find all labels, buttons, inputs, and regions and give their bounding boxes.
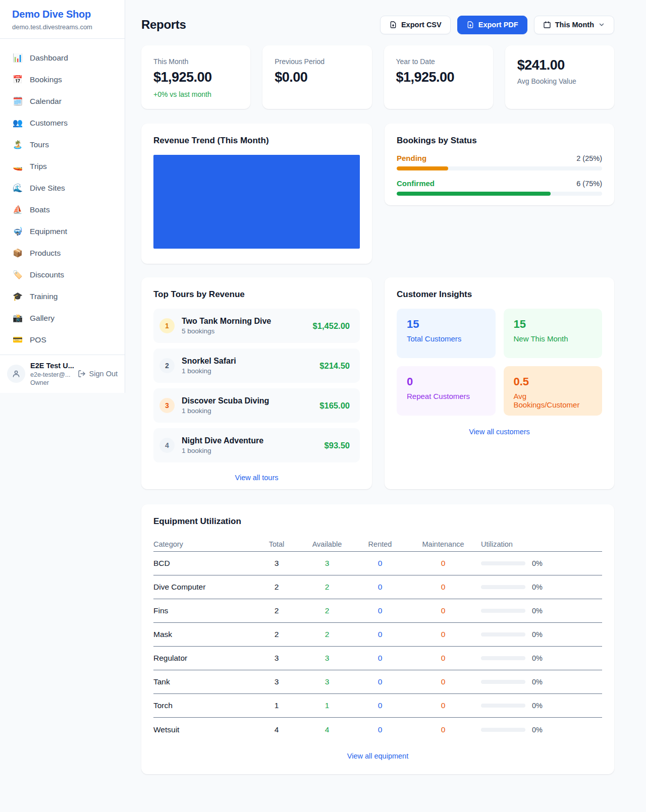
header-actions: Export CSV Export PDF This Month bbox=[380, 16, 614, 34]
equipment-available: 2 bbox=[299, 583, 355, 592]
insight-tile-value: 15 bbox=[514, 318, 593, 331]
view-all-customers-link[interactable]: View all customers bbox=[397, 428, 602, 436]
sidebar-item-dashboard[interactable]: 📊Dashboard bbox=[6, 47, 119, 69]
stat-label: This Month bbox=[153, 57, 238, 66]
equipment-rented: 0 bbox=[355, 630, 405, 639]
equipment-utilization-card: Equipment Utilization CategoryTotalAvail… bbox=[141, 504, 614, 774]
utilization-bar bbox=[481, 728, 525, 732]
insight-tile: 0.5Avg Bookings/Customer bbox=[504, 366, 603, 416]
status-value: 2 (25%) bbox=[576, 154, 602, 162]
equipment-maintenance: 0 bbox=[405, 677, 481, 686]
status-head: Pending2 (25%) bbox=[397, 154, 602, 162]
bookings-by-status-title: Bookings by Status bbox=[397, 136, 602, 146]
sidebar-item-pos[interactable]: 💳POS bbox=[6, 329, 119, 351]
utilization-bar bbox=[481, 585, 525, 589]
table-row: Dive Computer22000% bbox=[153, 575, 602, 599]
insight-tile: 0Repeat Customers bbox=[397, 366, 496, 416]
equipment-table-body: BCD33000%Dive Computer22000%Fins22000%Ma… bbox=[153, 552, 602, 741]
sidebar-item-trips[interactable]: 🚤Trips bbox=[6, 155, 119, 177]
rank-badge: 4 bbox=[159, 438, 175, 453]
training-icon: 🎓 bbox=[12, 292, 23, 301]
equipment-col-utilization: Utilization bbox=[481, 540, 602, 548]
equipment-category: Wetsuit bbox=[153, 725, 254, 734]
export-csv-button[interactable]: Export CSV bbox=[380, 16, 451, 34]
equipment-total: 3 bbox=[254, 654, 299, 663]
equipment-col-total: Total bbox=[254, 540, 299, 548]
sidebar-item-calendar[interactable]: 🗓️Calendar bbox=[6, 90, 119, 112]
insight-tile-label: New This Month bbox=[514, 334, 593, 343]
chevron-down-icon bbox=[598, 21, 605, 28]
sidebar: Demo Dive Shop demo.test.divestreams.com… bbox=[0, 0, 125, 393]
sidebar-item-boats[interactable]: ⛵Boats bbox=[6, 199, 119, 220]
equipment-category: BCD bbox=[153, 559, 254, 568]
export-pdf-button[interactable]: Export PDF bbox=[457, 16, 527, 34]
view-all-tours-link[interactable]: View all tours bbox=[153, 474, 360, 482]
export-csv-label: Export CSV bbox=[401, 21, 442, 29]
export-pdf-label: Export PDF bbox=[478, 21, 518, 29]
equipment-rented: 0 bbox=[355, 701, 405, 710]
dashboard-icon: 📊 bbox=[12, 53, 23, 63]
top-tours-card: Top Tours by Revenue 1Two Tank Morning D… bbox=[141, 277, 372, 489]
status-row-pending: Pending2 (25%) bbox=[397, 154, 602, 170]
tours-icon: 🏝️ bbox=[12, 140, 23, 149]
sidebar-item-equipment[interactable]: 🤿Equipment bbox=[6, 220, 119, 242]
equipment-table-header: CategoryTotalAvailableRentedMaintenanceU… bbox=[153, 537, 602, 552]
stat-change: +0% vs last month bbox=[153, 90, 238, 98]
period-dropdown[interactable]: This Month bbox=[534, 16, 614, 34]
equipment-col-maintenance: Maintenance bbox=[405, 540, 481, 548]
discounts-icon: 🏷️ bbox=[12, 270, 23, 279]
tour-bookings: 1 booking bbox=[182, 367, 236, 375]
sidebar-item-bookings[interactable]: 📅Bookings bbox=[6, 69, 119, 90]
gallery-icon: 📸 bbox=[12, 313, 23, 323]
equipment-category: Torch bbox=[153, 701, 254, 710]
sidebar-item-customers[interactable]: 👥Customers bbox=[6, 112, 119, 134]
equipment-utilization: 0% bbox=[481, 559, 602, 567]
equipment-total: 4 bbox=[254, 725, 299, 734]
sidebar-item-gallery[interactable]: 📸Gallery bbox=[6, 307, 119, 329]
equipment-col-available: Available bbox=[299, 540, 355, 548]
calendar-icon bbox=[543, 21, 551, 29]
status-progress-fill bbox=[397, 192, 551, 196]
sidebar-item-dive-sites[interactable]: 🌊Dive Sites bbox=[6, 177, 119, 199]
insight-tile-value: 15 bbox=[407, 318, 486, 331]
stat-value: $241.00 bbox=[517, 57, 602, 73]
sidebar-item-label: Tours bbox=[30, 140, 49, 149]
tour-list-item: 3Discover Scuba Diving1 booking$165.00 bbox=[153, 388, 360, 423]
equipment-rented: 0 bbox=[355, 677, 405, 686]
tour-list-item: 2Snorkel Safari1 booking$214.50 bbox=[153, 349, 360, 383]
tour-name: Snorkel Safari bbox=[182, 357, 236, 366]
utilization-bar bbox=[481, 561, 525, 565]
insights-row: Top Tours by Revenue 1Two Tank Morning D… bbox=[141, 277, 614, 489]
equipment-maintenance: 0 bbox=[405, 559, 481, 568]
equipment-utilization: 0% bbox=[481, 702, 602, 710]
sidebar-item-discounts[interactable]: 🏷️Discounts bbox=[6, 264, 119, 285]
sidebar-item-label: Bookings bbox=[30, 75, 62, 84]
equipment-utilization: 0% bbox=[481, 583, 602, 591]
sidebar-item-label: Dive Sites bbox=[30, 184, 65, 193]
sidebar-nav: 📊Dashboard📅Bookings🗓️Calendar👥Customers🏝… bbox=[0, 39, 125, 355]
page-title: Reports bbox=[141, 18, 186, 32]
sidebar-item-training[interactable]: 🎓Training bbox=[6, 285, 119, 307]
equipment-available: 2 bbox=[299, 606, 355, 615]
tour-name: Two Tank Morning Dive bbox=[182, 317, 271, 326]
equipment-rented: 0 bbox=[355, 725, 405, 734]
equipment-total: 2 bbox=[254, 630, 299, 639]
sidebar-item-tours[interactable]: 🏝️Tours bbox=[6, 134, 119, 155]
equipment-category: Tank bbox=[153, 677, 254, 686]
table-row: BCD33000% bbox=[153, 552, 602, 575]
view-all-equipment-link[interactable]: View all equipment bbox=[153, 752, 602, 760]
sign-out-button[interactable]: Sign Out bbox=[78, 370, 118, 378]
sidebar-header: Demo Dive Shop demo.test.divestreams.com bbox=[0, 0, 125, 39]
equipment-total: 2 bbox=[254, 606, 299, 615]
tour-meta: Discover Scuba Diving1 booking bbox=[182, 396, 269, 415]
status-label: Confirmed bbox=[397, 179, 435, 188]
revenue-trend-chart bbox=[153, 155, 360, 249]
bookings-icon: 📅 bbox=[12, 75, 23, 84]
equipment-maintenance: 0 bbox=[405, 606, 481, 615]
stat-value: $0.00 bbox=[275, 70, 359, 85]
sidebar-item-products[interactable]: 📦Products bbox=[6, 242, 119, 264]
sidebar-item-label: Products bbox=[30, 249, 61, 258]
user-meta: E2E Test U... e2e-tester@... Owner bbox=[30, 361, 73, 387]
stat-value: $1,925.00 bbox=[153, 70, 238, 85]
equipment-total: 3 bbox=[254, 559, 299, 568]
